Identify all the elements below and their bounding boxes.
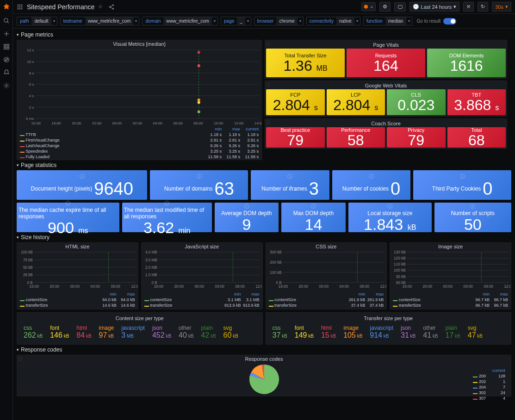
variable-function[interactable]: functionmedian▾ (363, 17, 412, 25)
stat-best-practice: Best practice79 (266, 127, 325, 148)
type-json: json452 kB (152, 325, 171, 340)
panel-title[interactable]: Coach Score (266, 120, 506, 127)
panel-html-size: HTML size0 B25 kB50 kB75 kB100 kB16:0020… (17, 242, 138, 309)
gear-icon[interactable] (3, 82, 10, 89)
svg-text:25 kB: 25 kB (23, 273, 33, 277)
type-svg: svg60 kB (223, 325, 238, 340)
svg-point-9 (6, 85, 7, 86)
search-icon[interactable] (3, 18, 10, 24)
stat-number-of-domains: ⓘNumber of domains63 (150, 170, 248, 200)
svg-text:20:00: 20:00 (50, 284, 60, 288)
svg-line-1 (7, 22, 8, 23)
panel-title[interactable]: Visual Metrics [median] (17, 40, 261, 48)
grafana-logo-icon[interactable] (2, 3, 11, 11)
panel-toggle-icon[interactable] (17, 4, 23, 10)
share-icon[interactable] (108, 4, 115, 10)
stat-third-party-cookies: ⓘThird Party Cookies0 (413, 170, 511, 200)
time-range-label: Last 24 hours (421, 4, 452, 10)
svg-rect-4 (4, 44, 6, 46)
svg-text:20:00: 20:00 (72, 121, 81, 125)
svg-text:3.0 MB: 3.0 MB (145, 258, 157, 262)
svg-text:2 s: 2 s (29, 105, 34, 110)
svg-point-52 (198, 101, 200, 104)
topbar: Sitespeed Performance ☆ ⬢+ ⚙ 🖵 🕘 Last 24… (13, 0, 515, 14)
type-image: image97 kB (99, 325, 114, 340)
variable-page[interactable]: page_▾ (221, 17, 251, 25)
svg-text:02:00: 02:00 (133, 121, 143, 125)
dashboards-icon[interactable] (3, 43, 10, 50)
svg-point-19 (113, 4, 114, 5)
svg-text:300 kB: 300 kB (270, 250, 282, 254)
panel-title[interactable]: Google Web Vitals (266, 82, 506, 89)
go-to-result-toggle[interactable] (443, 18, 456, 25)
svg-rect-7 (7, 47, 9, 49)
stat-dom-elements: DOM Elements1616 (427, 49, 506, 77)
type-plain: plain17 kB (446, 325, 460, 340)
svg-text:16:00: 16:00 (31, 121, 41, 125)
bell-icon[interactable] (3, 69, 10, 76)
svg-text:04:00: 04:00 (464, 284, 473, 288)
stat-fcp: FCP2.804 s (266, 89, 325, 115)
svg-text:12:00: 12:00 (255, 284, 262, 288)
stat-local-storage-size: ⓘLocal storage size1.843 kB (348, 203, 432, 232)
variable-connectivity[interactable]: connectivitynative▾ (306, 17, 360, 25)
svg-rect-6 (4, 47, 6, 49)
stat-the-median-cache-exp: ⓘThe median cache expire time of all res… (17, 203, 119, 232)
variable-row: pathdefault▾testnamewww_metricfire_com▾d… (13, 14, 515, 29)
time-picker[interactable]: 🕘 Last 24 hours ▾ (410, 2, 460, 12)
panel-javascript-size: JavaScript size0 B1.0 MB2.0 MB3.0 MB4.0 … (141, 242, 263, 309)
type-svg: svg47 kB (468, 325, 483, 340)
row-title: Page metrics (21, 31, 53, 38)
variable-path[interactable]: pathdefault▾ (17, 17, 57, 25)
panel-title[interactable]: Transfer size per type (268, 315, 509, 322)
panel-title[interactable]: Page Vitals (266, 41, 506, 49)
row-header-response-codes[interactable]: ▾Response codes (17, 345, 511, 355)
settings-button[interactable]: ⚙ (379, 2, 391, 12)
variable-domain[interactable]: domainwww_metricfire_com▾ (142, 17, 218, 25)
svg-text:6 s: 6 s (29, 82, 34, 86)
panel-title[interactable]: Response codes (17, 355, 511, 363)
svg-text:04:00: 04:00 (339, 284, 349, 288)
refresh-interval[interactable]: 30s ▾ (492, 2, 511, 12)
svg-point-0 (4, 19, 7, 22)
svg-text:16:00: 16:00 (154, 284, 163, 288)
variable-browser[interactable]: browserchrome▾ (254, 17, 304, 25)
panel-title[interactable]: Content size per type (19, 315, 261, 322)
star-icon[interactable]: ☆ (98, 4, 105, 10)
svg-line-22 (111, 5, 113, 6)
row-header-page-stats[interactable]: ▾Page statistics (17, 160, 511, 170)
svg-text:130 kB: 130 kB (394, 250, 406, 254)
row-header-page-metrics[interactable]: ▾Page metrics (17, 30, 511, 40)
variable-testname[interactable]: testnamewww_metricfire_com▾ (60, 17, 140, 25)
type-css: css262 kB (24, 325, 43, 340)
svg-point-55 (198, 51, 200, 54)
refresh-interval-label: 30s (495, 4, 503, 10)
svg-rect-11 (19, 4, 20, 5)
svg-point-53 (198, 64, 200, 67)
svg-rect-14 (19, 6, 20, 7)
svg-text:120 kB: 120 kB (394, 256, 406, 260)
refresh-button[interactable]: ↻ (478, 2, 488, 12)
type-other: other41 kB (423, 325, 438, 340)
type-css: css37 kB (273, 325, 287, 340)
plus-icon[interactable] (3, 31, 10, 37)
svg-rect-12 (21, 4, 22, 5)
stat-number-of-scripts: ⓘNumber of scripts50 (434, 203, 511, 232)
stat-lcp: LCP2.804 s (327, 89, 385, 115)
row-header-size-history[interactable]: ▾Size history (17, 232, 511, 242)
type-html: html15 kB (321, 325, 336, 340)
add-panel-button[interactable]: ⬢+ (361, 2, 375, 11)
svg-text:12:00: 12:00 (380, 284, 386, 288)
svg-text:110 kB: 110 kB (394, 262, 406, 266)
svg-point-8 (4, 57, 9, 62)
svg-text:100 kB: 100 kB (270, 271, 282, 275)
svg-text:12:00: 12:00 (504, 284, 511, 288)
svg-text:12:00: 12:00 (234, 121, 244, 125)
dashboard-title[interactable]: Sitespeed Performance (27, 3, 94, 11)
zoom-out-button[interactable]: ⤧ (463, 2, 474, 12)
monitor-button[interactable]: 🖵 (394, 2, 406, 12)
svg-text:06:00: 06:00 (173, 121, 183, 125)
explore-icon[interactable] (3, 56, 10, 63)
svg-point-20 (110, 6, 111, 7)
svg-rect-18 (21, 8, 22, 9)
